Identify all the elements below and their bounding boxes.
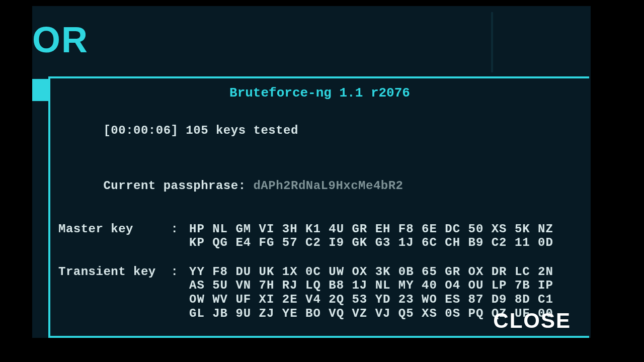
close-button[interactable]: CLOSE	[493, 309, 571, 333]
logo-fragment: OR	[32, 19, 89, 60]
passphrase-label: Current passphrase:	[103, 179, 253, 193]
master-key-row: KP QG E4 FG 57 C2 I9 GK G3 1J 6C CH B9 C…	[189, 236, 553, 250]
transient-key-row: OW WV UF XI 2E V4 2Q 53 YD 23 WO ES 87 D…	[189, 293, 553, 307]
passphrase-line: Current passphrase: dAPh2RdNaL9HxcMe4bR2	[58, 165, 581, 207]
transient-key-row: AS 5U VN 7H RJ LQ B8 1J NL MY 40 O4 OU L…	[189, 279, 553, 293]
master-key-block: Master key : HP NL GM VI 3H K1 4U GR EH …	[58, 222, 581, 250]
keys-tested: 105 keys tested	[186, 124, 298, 137]
active-tab-stub[interactable]	[32, 79, 48, 101]
passphrase-value: dAPh2RdNaL9HxcMe4bR2	[253, 179, 403, 193]
status-line: [00:00:06] 105 keys tested	[58, 110, 581, 151]
transient-key-label: Transient key :	[58, 265, 189, 320]
transient-key-row: YY F8 DU UK 1X 0C UW OX 3K 0B 65 GR OX D…	[189, 265, 553, 279]
divider	[491, 12, 493, 72]
panel-title: Bruteforce-ng 1.1 r2076	[58, 85, 581, 101]
bruteforce-panel: Bruteforce-ng 1.1 r2076 [00:00:06] 105 k…	[48, 76, 589, 338]
elapsed-time: [00:00:06]	[103, 124, 178, 137]
master-key-label: Master key :	[58, 222, 189, 250]
terminal-screen: OR Bruteforce-ng 1.1 r2076 [00:00:06] 10…	[32, 6, 591, 338]
master-key-row: HP NL GM VI 3H K1 4U GR EH F8 6E DC 50 X…	[189, 222, 553, 236]
